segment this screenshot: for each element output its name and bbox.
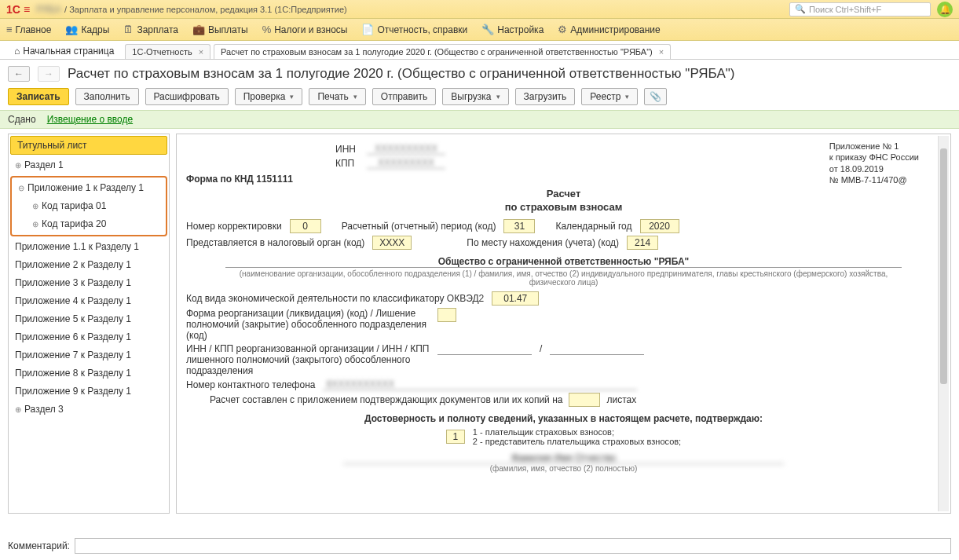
reorg-label: Форма реорганизации (ликвидация) (код) /…: [186, 308, 430, 341]
menu-icon: ≡: [6, 24, 13, 35]
scrollbar[interactable]: [938, 136, 949, 511]
main-menu: ≡Главное 👥Кадры 🗓Зарплата 💼Выплаты %Нало…: [0, 19, 959, 41]
btn-label: Реестр: [590, 91, 620, 102]
expand-icon[interactable]: ⊕: [15, 405, 21, 414]
comment-row: Комментарий:: [8, 538, 951, 554]
taxorg-value[interactable]: XXXX: [372, 236, 412, 250]
attach-button[interactable]: 📎: [644, 88, 667, 105]
sidebar-app8[interactable]: Приложение 8 к Разделу 1: [9, 364, 169, 382]
sidebar-section3[interactable]: ⊕Раздел 3: [9, 401, 169, 419]
sidebar-app9[interactable]: Приложение 9 к Разделу 1: [9, 382, 169, 401]
kpp-value[interactable]: XXXXXXXXX: [367, 157, 445, 169]
sidebar-app7[interactable]: Приложение 7 к Разделу 1: [9, 346, 169, 364]
inn-value[interactable]: XXXXXXXXXX: [367, 143, 445, 155]
people-icon: 👥: [65, 24, 78, 35]
tab-label: Расчет по страховым взносам за 1 полугод…: [221, 47, 653, 57]
org-hint: (наименование организации, обособленного…: [225, 269, 902, 287]
search-input[interactable]: 🔍 Поиск Ctrl+Shift+F: [789, 2, 931, 16]
scrollbar-thumb[interactable]: [940, 148, 947, 384]
menu-label: Главное: [16, 24, 52, 35]
menu-nalogi[interactable]: %Налоги и взносы: [262, 24, 348, 35]
period-value[interactable]: 31: [503, 219, 535, 233]
print-button[interactable]: Печать▾: [309, 88, 365, 105]
menu-zarplata[interactable]: 🗓Зарплата: [123, 24, 178, 35]
registry-button[interactable]: Реестр▾: [581, 88, 638, 105]
comment-input[interactable]: [75, 538, 951, 554]
sidebar-app5[interactable]: Приложение 5 к Разделу 1: [9, 310, 169, 328]
nav-back-button[interactable]: ←: [8, 66, 30, 82]
menu-label: Кадры: [81, 24, 109, 35]
sidebar-label: Приложение 1 к Разделу 1: [27, 182, 144, 193]
search-icon: 🔍: [795, 4, 806, 14]
sidebar-app4[interactable]: Приложение 4 к Разделу 1: [9, 292, 169, 310]
reorg-value[interactable]: [437, 308, 456, 322]
okved-label: Код вида экономической деятельности по к…: [186, 293, 484, 304]
period-label: Расчетный (отчетный) период (код): [342, 221, 496, 232]
menu-admin[interactable]: ⚙Администрирование: [558, 24, 660, 35]
load-button[interactable]: Загрузить: [515, 88, 576, 105]
menu-vyplaty[interactable]: 💼Выплаты: [192, 24, 248, 35]
innkpp-inn[interactable]: [437, 343, 532, 355]
status-link[interactable]: Извещение о вводе: [47, 114, 134, 125]
sidebar: Титульный лист ⊕Раздел 1 ⊖Приложение 1 к…: [8, 134, 170, 514]
expand-icon[interactable]: ⊕: [15, 161, 21, 170]
db-name-blur: РЯБА: [36, 4, 61, 15]
bell-icon[interactable]: 🔔: [937, 2, 953, 17]
sidebar-tariff01[interactable]: ⊕Код тарифа 01: [12, 197, 166, 215]
sidebar-app11[interactable]: Приложение 1.1 к Разделу 1: [9, 238, 169, 256]
home-icon: ⌂: [14, 46, 20, 57]
check-button[interactable]: Проверка▾: [235, 88, 303, 105]
fill-button[interactable]: Заполнить: [75, 88, 139, 105]
sidebar-label: Раздел 3: [24, 404, 64, 415]
corr-value[interactable]: 0: [290, 219, 321, 233]
sidebar-app1[interactable]: ⊖Приложение 1 к Разделу 1: [12, 179, 166, 197]
status-label: Сдано: [8, 114, 36, 125]
appendix-line: к приказу ФНС России: [829, 152, 919, 163]
innkpp-kpp[interactable]: [550, 343, 644, 355]
appendix-line: № ММВ-7-11/470@: [829, 174, 919, 185]
sidebar-app3[interactable]: Приложение 3 к Разделу 1: [9, 274, 169, 292]
sidebar-tariff20[interactable]: ⊕Код тарифа 20: [12, 215, 166, 233]
export-button[interactable]: Выгрузка▾: [442, 88, 508, 105]
write-button[interactable]: Записать: [8, 88, 69, 105]
calendar-icon: 🗓: [123, 24, 134, 35]
nav-forward-button[interactable]: →: [38, 66, 60, 82]
knd-label: Форма по КНД 1151111: [186, 174, 941, 185]
confirm-opt: 1 - плательщик страховых взносов;: [473, 427, 681, 437]
docs-count[interactable]: [569, 393, 600, 407]
docs-label: Расчет составлен с приложением подтвержд…: [210, 394, 562, 405]
fio-value[interactable]: Фамилия Имя Отчество: [343, 452, 784, 464]
burger-icon[interactable]: ≡: [24, 3, 30, 16]
phone-value[interactable]: 8XXXXXXXXXX: [323, 379, 637, 390]
menu-label: Налоги и взносы: [274, 24, 347, 35]
confirm-value[interactable]: 1: [446, 430, 465, 444]
menu-kadry[interactable]: 👥Кадры: [65, 24, 109, 35]
sidebar-app6[interactable]: Приложение 6 к Разделу 1: [9, 328, 169, 346]
send-button[interactable]: Отправить: [372, 88, 437, 105]
sidebar-section1[interactable]: ⊕Раздел 1: [9, 156, 169, 174]
year-value[interactable]: 2020: [640, 219, 679, 233]
menu-main[interactable]: ≡Главное: [6, 24, 51, 35]
place-value[interactable]: 214: [627, 236, 658, 250]
close-icon[interactable]: ×: [199, 47, 203, 57]
sidebar-app2[interactable]: Приложение 2 к Разделу 1: [9, 256, 169, 274]
tab-calc[interactable]: Расчет по страховым взносам за 1 полугод…: [214, 44, 671, 59]
decode-button[interactable]: Расшифровать: [145, 88, 229, 105]
btn-label: Проверка: [243, 91, 286, 102]
tab-label: Начальная страница: [23, 46, 114, 57]
close-icon[interactable]: ×: [659, 47, 664, 57]
okved-value[interactable]: 01.47: [492, 291, 539, 306]
menu-nastroyka[interactable]: 🔧Настройка: [481, 24, 544, 35]
appendix-line: от 18.09.2019: [829, 163, 919, 174]
btn-label: Печать: [317, 91, 348, 102]
menu-otchetnost[interactable]: 📄Отчетность, справки: [361, 24, 467, 35]
collapse-icon[interactable]: ⊖: [18, 184, 24, 192]
tab-1c-report[interactable]: 1С-Отчетность ×: [125, 44, 210, 59]
sidebar-label: Код тарифа 01: [42, 200, 106, 211]
sidebar-title-sheet[interactable]: Титульный лист: [10, 136, 167, 155]
expand-icon[interactable]: ⊕: [32, 220, 38, 229]
app-title: / Зарплата и управление персоналом, реда…: [64, 5, 347, 14]
sidebar-label: Раздел 1: [24, 159, 64, 170]
tab-home[interactable]: ⌂ Начальная страница: [6, 43, 122, 59]
expand-icon[interactable]: ⊕: [32, 202, 38, 210]
